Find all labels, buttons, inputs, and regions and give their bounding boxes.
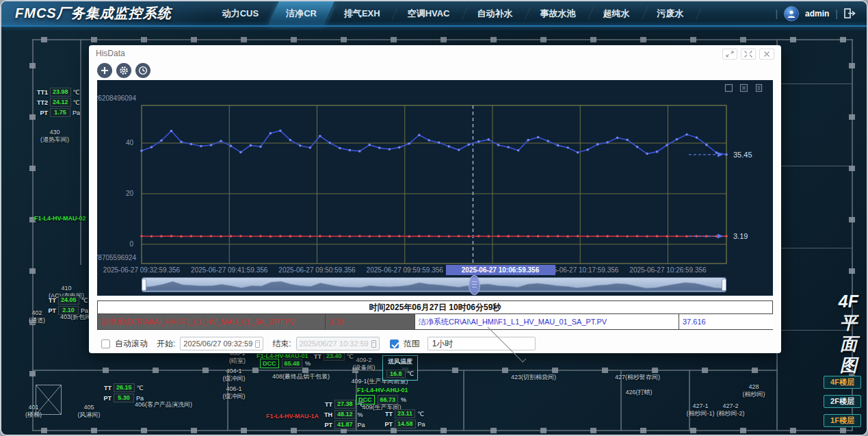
scrubber-left-handle[interactable] bbox=[142, 279, 146, 291]
username-label[interactable]: admin bbox=[805, 9, 829, 18]
auto-scroll-checkbox[interactable] bbox=[101, 339, 110, 348]
column-block bbox=[540, 428, 547, 433]
table-value-cell[interactable]: 3.19 bbox=[326, 314, 415, 329]
tab-污废水[interactable]: 污废水 bbox=[644, 1, 698, 25]
sensor-value: 14.58 bbox=[395, 420, 416, 428]
restore-window-button[interactable] bbox=[722, 49, 737, 60]
air-temp-unit: ℃ bbox=[406, 370, 415, 377]
sensor-unit: Pa bbox=[418, 421, 425, 428]
dcc-tag: DCC bbox=[356, 395, 375, 405]
column-block bbox=[590, 37, 596, 42]
table-tag-cell[interactable]: 洁净系统CR\AI\AI_HMI\F1_L1_HV_MAU_01_SA_DPT.… bbox=[98, 314, 326, 329]
sensor-row: TT26.15℃ bbox=[101, 383, 144, 392]
interval-select[interactable]: 1小时 bbox=[428, 337, 536, 350]
tab-超纯水[interactable]: 超纯水 bbox=[590, 1, 644, 25]
column-block bbox=[752, 368, 758, 373]
table-row: 洁净系统CR\AI\AI_HMI\F1_L1_HV_MAU_01_SA_DPT.… bbox=[98, 314, 772, 330]
wall-segment bbox=[778, 166, 852, 166]
clock-icon bbox=[138, 66, 148, 75]
reset-zoom-icon[interactable] bbox=[739, 84, 748, 92]
floor-button-2F楼层[interactable]: 2F楼层 bbox=[824, 395, 861, 408]
range-checkbox[interactable] bbox=[390, 339, 399, 348]
time-range-scrubber[interactable] bbox=[142, 277, 726, 292]
tab-洁净CR[interactable]: 洁净CR bbox=[272, 1, 330, 25]
equipment-tag-green: F1-L4-HV-MAU-02 bbox=[34, 215, 86, 222]
sensor-label: TT bbox=[321, 401, 332, 408]
zoom-box-icon[interactable] bbox=[724, 84, 733, 92]
column-block bbox=[41, 428, 47, 433]
sensor-value: 23.11 bbox=[395, 409, 415, 418]
plan-title-char: 平 bbox=[840, 313, 857, 332]
tab-事故水池[interactable]: 事故水池 bbox=[527, 1, 590, 25]
tab-排气EXH[interactable]: 排气EXH bbox=[330, 1, 394, 25]
column-block bbox=[540, 37, 547, 42]
plan-title: 4F平面图 bbox=[839, 292, 858, 374]
maximize-window-button[interactable] bbox=[741, 49, 756, 60]
sensor-row: PT1.75Pa bbox=[37, 108, 80, 117]
tab-自动补水[interactable]: 自动补水 bbox=[464, 1, 527, 25]
time-range-button[interactable] bbox=[135, 63, 150, 78]
close-dialog-button[interactable] bbox=[759, 49, 774, 60]
auto-scroll-label: 自动滚动 bbox=[115, 338, 148, 350]
room-label: 428 (棉纱间) bbox=[743, 383, 765, 398]
sensor-label: TT2 bbox=[37, 99, 48, 106]
trend-chart bbox=[97, 80, 773, 296]
column-block bbox=[602, 368, 608, 373]
column-block bbox=[153, 368, 159, 373]
dcc-value: 65.48 bbox=[282, 359, 303, 368]
x-tick-label: 2025-06-27 09:59:59.356 bbox=[360, 266, 449, 274]
table-tag-cell[interactable]: 洁净系统CR\AI\AI_HMI\F1_L1_HV_MAU_01_SA_PT.P… bbox=[415, 314, 679, 329]
column-block bbox=[740, 37, 746, 42]
separator: | bbox=[835, 8, 838, 19]
user-avatar-icon[interactable] bbox=[784, 6, 799, 21]
sensor-row: TT24.05℃ bbox=[45, 296, 88, 305]
start-time-input[interactable]: 2025/06/27 09:32:59 bbox=[180, 337, 263, 350]
floor-button-1F楼层[interactable]: 1F楼层 bbox=[824, 414, 861, 427]
air-temp-box: 送风温度16.8 ℃ bbox=[382, 355, 418, 381]
range-label: 范围 bbox=[404, 338, 420, 350]
scrubber-right-handle[interactable] bbox=[722, 279, 726, 291]
room-label: 427(棉纱暂存间) bbox=[615, 374, 660, 381]
sensor-label: TT bbox=[101, 385, 111, 392]
sensor-label: PT bbox=[37, 110, 48, 116]
tab-动力CUS[interactable]: 动力CUS bbox=[209, 1, 272, 25]
column-block bbox=[849, 63, 855, 68]
column-block bbox=[91, 37, 97, 42]
logout-button[interactable] bbox=[844, 8, 856, 18]
column-block bbox=[341, 37, 347, 42]
export-data-icon[interactable] bbox=[754, 84, 763, 92]
x-tick-label: 2025-06-27 09:41:59.356 bbox=[185, 266, 274, 274]
floor-button-4F楼层[interactable]: 4F楼层 bbox=[824, 376, 861, 389]
column-block bbox=[690, 428, 696, 433]
room-label: 401 (楼梯) bbox=[25, 404, 42, 419]
tab-空调HVAC[interactable]: 空调HVAC bbox=[394, 1, 464, 25]
calendar-icon[interactable] bbox=[371, 340, 376, 348]
sensor-unit: ℃ bbox=[81, 297, 88, 304]
calendar-icon[interactable] bbox=[255, 340, 260, 348]
scrubber-cursor-handle[interactable] bbox=[469, 275, 480, 295]
column-block bbox=[849, 166, 855, 171]
separator: | bbox=[775, 8, 778, 19]
room-label: 426(打蜡) bbox=[625, 389, 652, 396]
room-label: 406-1 (缓冲间) bbox=[223, 385, 246, 400]
room-label: 408(最终品烘干包装) bbox=[272, 373, 330, 381]
sensor-value: 41.87 bbox=[334, 420, 356, 429]
table-value-cell[interactable]: 37.616 bbox=[679, 314, 774, 329]
sensor-unit: ℃ bbox=[417, 411, 424, 418]
room-label: 409-2 (设备间) bbox=[353, 357, 376, 372]
y-tick-40: 40 bbox=[97, 139, 136, 146]
column-block bbox=[391, 37, 397, 42]
wall-segment bbox=[689, 370, 690, 431]
x-tick-label: 2025-06-27 09:32:59.356 bbox=[97, 266, 186, 274]
settings-button[interactable] bbox=[116, 63, 131, 78]
screen: 430 (退热车间)410 (AGV充电间)402 (通道)403(折包间)40… bbox=[0, 0, 868, 436]
dcc-unit: % bbox=[305, 360, 311, 367]
column-block bbox=[29, 63, 36, 68]
sensor-row: TT123.98℃ bbox=[37, 88, 80, 97]
sensor-value: 5.30 bbox=[114, 394, 134, 402]
column-block bbox=[552, 368, 558, 373]
add-curve-button[interactable] bbox=[97, 63, 112, 78]
sensor-value: 48.12 bbox=[334, 410, 356, 419]
end-time-input[interactable]: 2025/06/27 10:32:59 bbox=[296, 337, 380, 350]
room-label: 430 (退热车间) bbox=[40, 129, 69, 144]
